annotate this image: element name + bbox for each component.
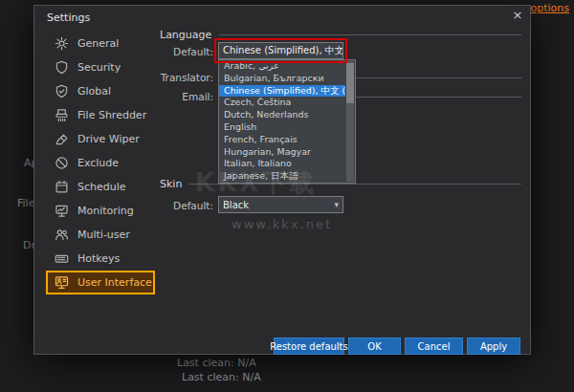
language-option[interactable]: Italian, Italiano [219,158,345,170]
dropdown-scrollbar[interactable] [346,61,354,182]
language-default-value: Chinese (Simplified), 中文 (简体) [223,44,343,57]
sidebar-item-label: Global [77,85,111,98]
translator-label: Translator: [158,72,213,83]
language-option[interactable]: Hungarian, Magyar [219,146,345,159]
language-section-header: Language [160,29,521,41]
scrollbar-thumb[interactable] [346,63,354,103]
monitoring-icon [55,204,69,218]
users-icon [55,228,69,242]
chevron-down-icon: ▾ [334,200,339,209]
shield-check-icon [55,84,69,98]
keyboard-icon [55,251,69,266]
language-dropdown-list: Arabic, عربي Bulgarian, Български Chines… [218,59,356,184]
restore-defaults-button[interactable]: Restore defaults [274,338,344,355]
language-option[interactable]: Dutch, Nederlands [219,109,345,121]
settings-dialog: Settings × General Security G [33,5,531,355]
skin-default-value: Black [223,200,249,210]
language-option[interactable]: French, Français [219,134,345,146]
email-label: Email: [158,91,213,102]
section-divider [189,184,521,185]
sidebar-item-label: Schedule [77,181,126,193]
language-option[interactable]: English [219,121,345,134]
ok-button[interactable]: OK [348,338,401,355]
language-section-title: Language [160,29,211,41]
sidebar-item-label: Hotkeys [77,252,120,265]
sidebar-item-schedule[interactable]: Schedule [46,175,155,199]
dialog-title: Settings [47,11,90,24]
sidebar-item-label: User Interface [77,276,152,289]
sidebar-item-file-shredder[interactable]: File Shredder [46,103,155,127]
eraser-icon [55,132,69,146]
sidebar-item-exclude[interactable]: Exclude [46,151,155,175]
sidebar-item-label: Multi-user [77,229,130,241]
language-option[interactable]: Bulgarian, Български [219,73,345,85]
skin-default-label: Default: [158,200,213,211]
skin-section-title: Skin [160,178,182,190]
language-default-select[interactable]: Chinese (Simplified), 中文 (简体) ▾ [218,42,343,59]
calendar-icon [55,180,69,194]
sidebar-item-label: General [77,37,119,50]
user-interface-icon [55,275,69,290]
sidebar-item-label: Security [77,61,121,74]
apply-button[interactable]: Apply [467,338,520,355]
sidebar-item-user-interface[interactable]: User Interface [46,271,155,294]
sidebar-item-security[interactable]: Security [46,55,155,79]
language-option[interactable]: Czech, Čeština [219,97,345,109]
language-option[interactable]: Arabic, عربي [219,60,345,73]
sidebar-item-general[interactable]: General [46,32,155,55]
section-divider [219,34,521,35]
language-option-selected[interactable]: Chinese (Simplified), 中文 (简体) [219,85,345,98]
exclude-icon [55,156,69,170]
language-option[interactable]: Japanese, 日本語 [219,170,345,183]
close-button[interactable]: × [510,8,525,23]
settings-sidebar: General Security Global File Shredder [46,32,155,294]
bg-last-clean-1: Last clean: N/A [177,357,256,369]
gear-icon [55,36,69,51]
sidebar-item-label: File Shredder [77,109,146,121]
sidebar-item-drive-wiper[interactable]: Drive Wiper [46,127,155,151]
sidebar-item-label: Monitoring [77,205,134,217]
sidebar-item-multi-user[interactable]: Multi-user [46,223,155,247]
sidebar-item-global[interactable]: Global [46,79,155,103]
sidebar-item-hotkeys[interactable]: Hotkeys [46,247,155,271]
language-default-label: Default: [158,46,213,57]
bg-last-clean-2: Last clean: N/A [182,371,261,383]
cancel-button[interactable]: Cancel [405,338,463,355]
watermark-url: www.kkx.net [232,217,332,231]
shredder-icon [55,108,69,122]
sidebar-item-label: Drive Wiper [77,133,140,145]
shield-icon [55,60,69,75]
close-icon: × [513,8,523,22]
app-background: y options App File S Dri Last clean: N/A… [0,0,574,392]
sidebar-item-label: Exclude [77,157,119,169]
skin-default-select[interactable]: Black ▾ [218,196,343,213]
sidebar-item-monitoring[interactable]: Monitoring [46,199,155,223]
